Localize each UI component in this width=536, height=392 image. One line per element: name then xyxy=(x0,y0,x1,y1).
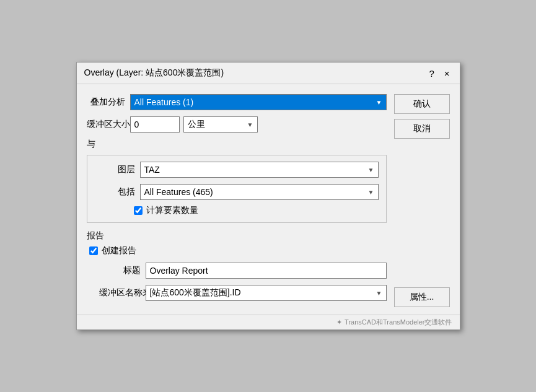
footer-text: TransCAD和TransModeler交通软件 xyxy=(345,318,452,327)
dialog-content: 叠加分析 All Features (1) ▼ 缓冲区大小 公里 ▼ 与 xyxy=(77,84,460,315)
side-buttons: 确认 取消 属性... xyxy=(394,94,450,307)
buffer-unit-chevron: ▼ xyxy=(247,121,253,128)
footer-logo: ✦ TransCAD和TransModeler交通软件 xyxy=(84,318,452,327)
include-row: 包括 All Features (465) ▼ xyxy=(106,184,379,200)
buffer-name-label: 缓冲区名称来自 xyxy=(99,287,146,298)
report-title-row: 标题 xyxy=(99,263,387,279)
footer: ✦ TransCAD和TransModeler交通软件 xyxy=(77,315,460,329)
create-report-checkbox[interactable] xyxy=(89,246,98,255)
report-section-label: 报告 xyxy=(87,230,387,242)
overlay-analysis-value: All Features (1) xyxy=(134,97,194,107)
buffer-size-label: 缓冲区大小 xyxy=(87,119,130,130)
with-label: 与 xyxy=(87,139,387,150)
cancel-button[interactable]: 取消 xyxy=(394,119,450,139)
report-section: 报告 创建报告 标题 缓冲区名称来自 [站 xyxy=(87,230,387,301)
calc-count-checkbox[interactable] xyxy=(134,206,143,215)
properties-button[interactable]: 属性... xyxy=(394,287,450,307)
with-section-box: 图层 TAZ ▼ 包括 All Features (465) ▼ xyxy=(87,155,387,223)
overlay-analysis-label: 叠加分析 xyxy=(87,97,130,108)
calc-count-label: 计算要素数量 xyxy=(146,205,198,216)
layer-value: TAZ xyxy=(144,165,160,175)
buffer-name-row: 缓冲区名称来自 [站点600米覆盖范围].ID ▼ xyxy=(99,285,387,301)
overlay-analysis-row: 叠加分析 All Features (1) ▼ xyxy=(87,94,387,110)
buffer-name-value: [站点600米覆盖范围].ID xyxy=(150,287,241,298)
buffer-unit-select[interactable]: 公里 ▼ xyxy=(183,116,258,133)
include-value: All Features (465) xyxy=(144,187,213,197)
logo-icon: ✦ xyxy=(336,318,342,326)
with-section: 与 图层 TAZ ▼ 包括 All Features (46 xyxy=(87,139,387,223)
overlay-analysis-select[interactable]: All Features (1) ▼ xyxy=(130,94,387,110)
buffer-name-select[interactable]: [站点600米覆盖范围].ID ▼ xyxy=(146,285,387,301)
title-field-label: 标题 xyxy=(99,265,146,276)
calc-count-row: 计算要素数量 xyxy=(106,205,379,216)
create-report-row: 创建报告 xyxy=(87,245,387,256)
include-label: 包括 xyxy=(106,186,140,198)
dialog-title: Overlay (Layer: 站点600米覆盖范围) xyxy=(84,68,224,79)
buffer-name-chevron: ▼ xyxy=(376,290,382,297)
report-title-input[interactable] xyxy=(146,263,387,279)
layer-select[interactable]: TAZ ▼ xyxy=(140,162,379,178)
title-bar: Overlay (Layer: 站点600米覆盖范围) ? × xyxy=(77,63,460,84)
confirm-button[interactable]: 确认 xyxy=(394,94,450,114)
create-report-label: 创建报告 xyxy=(102,245,136,256)
include-select[interactable]: All Features (465) ▼ xyxy=(140,184,379,200)
layer-label: 图层 xyxy=(106,164,140,175)
main-area: 叠加分析 All Features (1) ▼ 缓冲区大小 公里 ▼ 与 xyxy=(87,94,387,307)
overlay-analysis-chevron: ▼ xyxy=(376,99,382,106)
layer-row: 图层 TAZ ▼ xyxy=(106,162,379,178)
overlay-dialog: Overlay (Layer: 站点600米覆盖范围) ? × 叠加分析 All… xyxy=(76,62,460,330)
report-inner: 标题 缓冲区名称来自 [站点600米覆盖范围].ID ▼ xyxy=(87,263,387,301)
close-button[interactable]: × xyxy=(442,69,452,78)
layer-chevron: ▼ xyxy=(368,167,374,173)
help-button[interactable]: ? xyxy=(426,69,436,78)
buffer-size-row: 缓冲区大小 公里 ▼ xyxy=(87,116,387,133)
buffer-size-input[interactable] xyxy=(130,116,180,133)
title-bar-buttons: ? × xyxy=(426,69,452,78)
buffer-unit-value: 公里 xyxy=(188,119,205,130)
include-chevron: ▼ xyxy=(368,189,374,196)
